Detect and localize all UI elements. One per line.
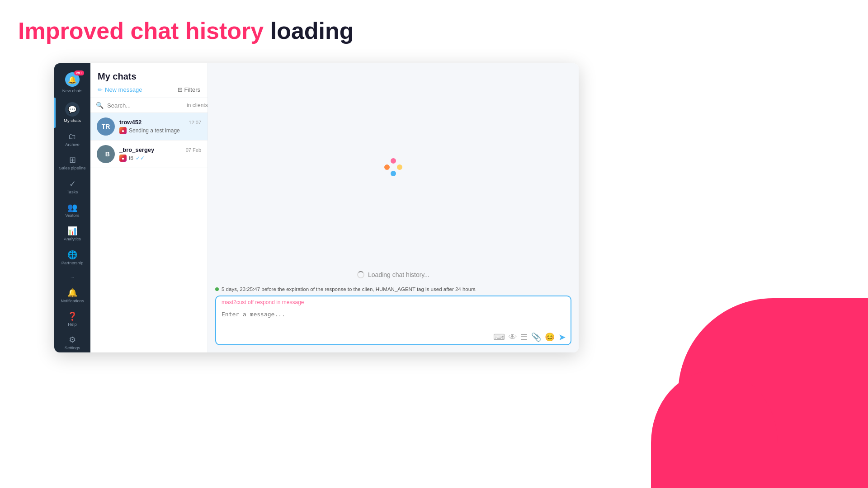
message-toolbar: ⌨ 👁 ☰ 📎 😊 ➤ <box>216 330 571 344</box>
notifications-icon: 🔔 <box>67 289 77 297</box>
sales-pipeline-icon: ⊞ <box>69 156 76 164</box>
filters-button[interactable]: ⊟ Filters <box>178 86 200 93</box>
emoji-eye-icon[interactable]: 👁 <box>509 333 517 342</box>
chat-item-preview-bro-sergey: ● t6 ✓✓ <box>119 155 201 162</box>
new-message-label: New message <box>105 86 142 93</box>
sidebar-item-tasks[interactable]: ✓ Tasks <box>54 175 90 199</box>
small-spinner-icon <box>357 271 364 278</box>
page-title: Improved chat history loading <box>18 18 354 44</box>
avatar-trow452: TR <box>97 117 115 136</box>
sidebar-item-analytics[interactable]: 📊 Analytics <box>54 222 90 246</box>
sidebar-label-settings: Settings <box>65 345 80 350</box>
loading-text: Loading chat history... <box>368 271 429 278</box>
loading-spinner <box>384 158 402 176</box>
chat-item-time-trow452: 12:07 <box>189 120 201 125</box>
archive-icon: 🗂 <box>68 132 76 141</box>
sidebar-item-help[interactable]: ❓ Help <box>54 308 90 331</box>
chat-item-preview-trow452: ● Sending a test image <box>119 127 201 134</box>
message-input-area: mast2cust off respond in message ⌨ 👁 ☰ 📎… <box>215 296 571 345</box>
chat-list-title: My chats <box>98 71 200 82</box>
chat-list-panel: My chats ✏ New message ⊟ Filters 🔍 in cl… <box>90 63 208 352</box>
headline-black: loading <box>270 18 354 44</box>
sidebar-label-archive: Archive <box>65 142 80 147</box>
sidebar-label-visitors: Visitors <box>66 213 80 218</box>
chat-item-time-bro-sergey: 07 Feb <box>186 147 201 153</box>
partnership-icon: 🌐 <box>67 251 77 259</box>
loading-text-row: Loading chat history... <box>208 271 579 283</box>
search-icon: 🔍 <box>96 102 104 109</box>
spinner-dot-3 <box>391 171 396 176</box>
chat-item-name-trow452: trow452 <box>119 119 142 126</box>
message-input[interactable] <box>216 308 571 328</box>
sidebar-label-my-chats: My chats <box>64 118 81 123</box>
sidebar-label-partnership: Partnership <box>61 260 84 265</box>
chat-item-top-trow452: trow452 12:07 <box>119 119 201 126</box>
status-bar-text: 5 days, 23:25:47 before the expiration o… <box>222 286 476 292</box>
settings-icon: ⚙ <box>69 336 76 344</box>
sidebar-item-settings[interactable]: ⚙ Settings <box>54 331 90 352</box>
chat-item-preview-text-bro-sergey: t6 <box>129 155 133 161</box>
chat-item-body-bro-sergey: _bro_sergey 07 Feb ● t6 ✓✓ <box>119 146 201 162</box>
shortcut-icon[interactable]: ⌨ <box>493 332 505 342</box>
new-message-button[interactable]: ✏ New message <box>98 86 142 93</box>
my-chats-icon: 💬 <box>65 102 80 117</box>
search-input[interactable] <box>107 102 183 109</box>
sidebar-label-sales-pipeline: Sales pipeline <box>59 165 85 170</box>
status-dot <box>215 287 219 291</box>
headline-pink: Improved chat history <box>18 18 270 44</box>
sidebar-item-new-chats[interactable]: 25+ 🔔 New chats <box>54 68 90 98</box>
sidebar-item-notifications[interactable]: 🔔 Notifications <box>54 284 90 308</box>
spinner-dot-4 <box>384 164 390 170</box>
search-bar: 🔍 in clients ▾ <box>90 98 208 113</box>
chat-item-top-bro-sergey: _bro_sergey 07 Feb <box>119 146 201 153</box>
message-tag-text: mast2cust off respond in message <box>222 299 304 305</box>
sidebar-item-more[interactable]: ··· <box>54 270 90 284</box>
send-button[interactable]: ➤ <box>558 332 566 343</box>
message-tag-bar: mast2cust off respond in message <box>216 296 571 308</box>
new-chats-badge: 25+ <box>74 70 84 75</box>
spinner-dot-2 <box>397 164 402 170</box>
sidebar-label-help: Help <box>68 322 77 327</box>
chat-item-trow452[interactable]: TR trow452 12:07 ● Sending a test image <box>90 113 208 141</box>
app-window: 25+ 🔔 New chats 💬 My chats 🗂 Archive ⊞ S… <box>54 63 579 352</box>
filter-icon: ⊟ <box>178 86 183 93</box>
search-scope-label: in clients <box>187 102 208 108</box>
sidebar-label-more: ··· <box>71 274 74 279</box>
sticker-icon[interactable]: 😊 <box>545 332 555 342</box>
double-check-icon: ✓✓ <box>136 155 145 161</box>
attachment-icon[interactable]: 📎 <box>531 332 541 342</box>
sidebar-label-tasks: Tasks <box>67 189 78 194</box>
sidebar-item-partnership[interactable]: 🌐 Partnership <box>54 246 90 270</box>
chat-items-list: TR trow452 12:07 ● Sending a test image … <box>90 113 208 352</box>
visitors-icon: 👥 <box>67 203 77 211</box>
sidebar-label-new-chats: New chats <box>62 88 82 93</box>
sidebar: 25+ 🔔 New chats 💬 My chats 🗂 Archive ⊞ S… <box>54 63 90 352</box>
analytics-icon: 📊 <box>67 227 77 235</box>
chat-list-header: My chats ✏ New message ⊟ Filters <box>90 63 208 98</box>
chat-main: Loading chat history... 5 days, 23:25:47… <box>208 63 579 352</box>
chat-status-bar: 5 days, 23:25:47 before the expiration o… <box>208 283 579 296</box>
sidebar-item-my-chats[interactable]: 💬 My chats <box>54 98 90 127</box>
sidebar-item-archive[interactable]: 🗂 Archive <box>54 128 90 151</box>
filters-label: Filters <box>184 86 200 93</box>
instagram-icon-bro-sergey: ● <box>119 155 127 162</box>
tasks-icon: ✓ <box>69 180 76 188</box>
sidebar-item-sales-pipeline[interactable]: ⊞ Sales pipeline <box>54 151 90 175</box>
chat-loading-area <box>208 63 579 271</box>
instagram-icon-trow452: ● <box>119 127 127 134</box>
sidebar-item-visitors[interactable]: 👥 Visitors <box>54 199 90 222</box>
avatar-bro-sergey: _B <box>97 145 115 163</box>
sidebar-label-analytics: Analytics <box>64 236 81 241</box>
new-message-icon: ✏ <box>98 86 103 93</box>
template-icon[interactable]: ☰ <box>520 332 528 342</box>
chat-item-body-trow452: trow452 12:07 ● Sending a test image <box>119 119 201 134</box>
spinner-dot-1 <box>391 158 396 164</box>
chat-item-preview-text-trow452: Sending a test image <box>129 127 180 134</box>
chat-item-bro-sergey[interactable]: _B _bro_sergey 07 Feb ● t6 ✓✓ <box>90 141 208 168</box>
help-icon: ❓ <box>67 312 77 320</box>
chat-item-name-bro-sergey: _bro_sergey <box>119 146 154 153</box>
sidebar-label-notifications: Notifications <box>61 298 84 303</box>
chat-list-actions: ✏ New message ⊟ Filters <box>98 86 200 93</box>
